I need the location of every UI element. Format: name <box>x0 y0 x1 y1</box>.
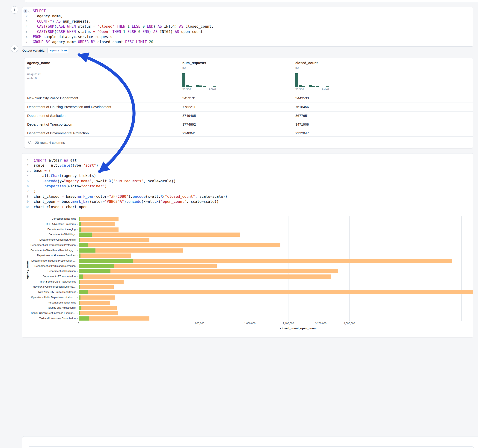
fold-caret-icon[interactable] <box>29 170 31 172</box>
histogram-bar <box>213 87 216 87</box>
table-cell-num: 2240041 <box>182 129 196 137</box>
bar-open_count <box>79 316 89 321</box>
y-axis-label: Mayorâ€ s Office of Special Enforce… <box>22 285 76 288</box>
bar-open_count <box>79 285 80 289</box>
add-cell-button[interactable] <box>11 6 18 14</box>
code-line: GROUP BY agency_name ORDER BY closed_cou… <box>33 39 214 44</box>
x-axis: 0800,0001,600,0002,400,0003,200,0004,000… <box>22 322 473 326</box>
line-number: 10 <box>22 204 31 210</box>
table-cell-num: 3774892 <box>182 120 196 129</box>
code-line: .properties(width="container") <box>34 184 227 189</box>
x-axis-label: 2,400,000 <box>278 322 299 325</box>
bar-open_count <box>79 311 80 315</box>
bar-open_count <box>79 243 88 247</box>
table-cell-closed: 9443533 <box>295 94 309 102</box>
y-axis-tick <box>77 271 78 272</box>
grid-line <box>288 216 289 321</box>
add-cell-button[interactable] <box>11 45 18 52</box>
x-axis-title: closed_count, open_count <box>229 327 368 330</box>
y-axis-label: Department of Consumer Affairs <box>22 238 76 241</box>
histogram-min: 53,304 <box>182 88 191 91</box>
y-axis-tick <box>77 245 78 245</box>
y-axis-label: HRA Benefit Card Replacement <box>22 280 76 283</box>
python-line-number-gutter: 12345678910 <box>22 156 31 210</box>
bar-closed_count <box>79 274 331 279</box>
bar-closed_count <box>79 290 473 294</box>
x-axis-label: 800,000 <box>189 322 210 325</box>
sql-editor[interactable]: SELECT agency_name, COUNT(*) AS num_requ… <box>31 7 214 46</box>
fold-caret-icon[interactable] <box>28 10 31 12</box>
bar-closed_count <box>79 306 117 310</box>
y-axis-tick <box>77 255 78 256</box>
grid-line <box>375 216 375 321</box>
line-number: 5 <box>22 29 31 34</box>
grid-line <box>442 216 442 321</box>
python-cell: 12345678910 import altair as altscale = … <box>22 153 473 337</box>
y-axis-label: Department of Health and Mental Hyg… <box>22 249 76 252</box>
bar-closed_count <box>79 259 452 263</box>
y-axis-tick <box>77 261 78 261</box>
histogram-range: 53,304 9.4e6 <box>295 88 329 91</box>
y-axis-tick <box>77 250 78 251</box>
histogram-bar <box>295 73 298 87</box>
grid-line <box>461 216 462 321</box>
x-axis-label: 1,600,000 <box>239 322 260 325</box>
bar-open_count <box>79 254 81 258</box>
code-line: alt.Chart(agency_tickets) <box>34 173 227 178</box>
bar-closed_count <box>79 280 124 284</box>
table-footer: 20 rows, 4 columns <box>25 137 473 148</box>
search-icon[interactable] <box>28 141 32 144</box>
code-line: chart_closed = base.mark_bar(color="#FFC… <box>34 194 227 199</box>
notebook-canvas: 1234567 SELECT agency_name, COUNT(*) AS … <box>0 0 478 448</box>
column-unique-count: unique: 20 <box>27 72 41 76</box>
column-null-count: nulls: 0 <box>27 76 37 80</box>
code-line: chart_closed + chart_open <box>34 204 227 210</box>
bar-open_count <box>79 274 83 279</box>
line-number: 4 <box>22 173 31 178</box>
y-axis-label: Department of Housing Preservation … <box>22 259 76 262</box>
y-axis-tick <box>77 235 78 235</box>
code-line: import altair as alt <box>34 158 227 163</box>
histogram-bar <box>319 87 322 87</box>
output-variable-chip[interactable]: agency_tickets <box>48 48 68 53</box>
table-cell-agency: New York City Police Department <box>27 94 78 102</box>
code-line: ) <box>34 189 227 194</box>
code-line: agency_name, <box>33 14 214 19</box>
code-line: .encode(y="agency_name", x=alt.X("num_re… <box>34 179 227 184</box>
y-axis-label: Department of Homeless Services <box>22 254 76 257</box>
text-cursor <box>48 9 48 13</box>
y-axis: Correspondence UnitDHS Advantage Program… <box>22 216 79 321</box>
histogram-bar <box>312 86 315 87</box>
code-line: CAST(SUM(CASE WHEN status = 'Open' THEN … <box>33 29 214 34</box>
table-cell-num: 9453131 <box>182 94 196 102</box>
grid-line <box>421 216 421 321</box>
table-row: Department of Sanitation37494853677651 <box>25 111 473 120</box>
previous-cell-edge <box>25 0 478 3</box>
bar-closed_count <box>79 254 131 258</box>
x-axis-label: 4,000,000 <box>339 322 360 325</box>
column-histogram <box>182 73 216 87</box>
histogram-range: 53,304 9.5e6 <box>182 88 216 91</box>
code-line: SELECT <box>33 8 214 14</box>
y-axis-tick <box>77 277 78 277</box>
y-axis-tick <box>77 298 78 298</box>
histogram-max: 9.5e6 <box>209 88 216 91</box>
plus-icon <box>13 8 16 12</box>
chart-plot <box>79 216 473 321</box>
column-dtype: i64 <box>295 66 299 70</box>
bar-open_count <box>79 301 80 305</box>
python-editor[interactable]: import altair as altscale = alt.Scale(ty… <box>31 156 227 210</box>
bar-open_count <box>79 290 88 294</box>
bar-open_count <box>79 249 95 253</box>
table-cell-num: 3749485 <box>182 112 196 120</box>
y-axis-label: Senior Citizen Rent Increase Exempti… <box>22 311 76 314</box>
table-cell-closed: 3471908 <box>295 120 309 129</box>
bar-closed_count <box>79 285 114 289</box>
y-axis-tick <box>77 266 78 266</box>
sql-line-number-gutter: 1234567 <box>22 7 31 46</box>
histogram-bar <box>182 73 185 87</box>
table-row: Department of Transportation377489234719… <box>25 120 473 129</box>
bar-closed_count <box>79 301 110 305</box>
histogram-bar <box>209 87 212 87</box>
table-row: Department of Housing Preservation and D… <box>25 103 473 111</box>
